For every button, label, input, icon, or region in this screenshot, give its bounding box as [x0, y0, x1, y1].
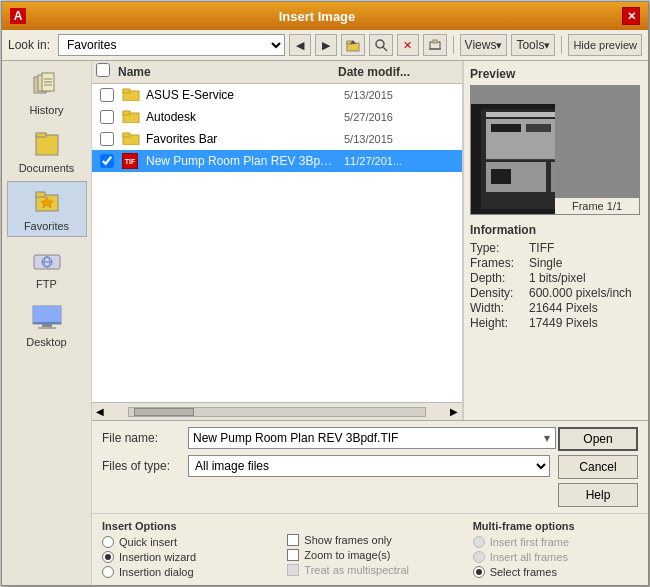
fields-area: File name: ▾ Files of type: All image fi… [102, 427, 550, 483]
views-button[interactable]: Views ▾ [460, 34, 508, 56]
svg-rect-14 [36, 135, 58, 155]
zoom-to-checkbox[interactable] [287, 549, 299, 561]
svg-point-3 [376, 40, 384, 48]
insertion-wizard-radio[interactable] [102, 551, 114, 563]
svg-rect-15 [36, 133, 46, 137]
file-list: ASUS E-Service 5/13/2015 [92, 84, 462, 402]
svg-rect-25 [42, 324, 52, 327]
info-row-height: Height: 17449 Pixels [470, 316, 642, 330]
filename-input[interactable] [188, 427, 556, 449]
network-button[interactable] [423, 34, 447, 56]
insertion-wizard-label: Insertion wizard [119, 551, 196, 563]
file-list-container: Name Date modif... [92, 61, 463, 420]
col-date-header[interactable]: Date modif... [338, 63, 458, 81]
cancel-button[interactable]: Cancel [558, 455, 638, 479]
main-content: History Documents [2, 61, 648, 585]
row-checkbox[interactable] [100, 154, 114, 168]
toolbar-separator-2 [561, 36, 562, 54]
sidebar: History Documents [2, 61, 92, 585]
insert-options-title: Insert Options [102, 520, 267, 532]
options-section: Insert Options Quick insert Insertion wi… [92, 513, 648, 585]
scrollbar-track [128, 407, 426, 417]
info-key-type: Type: [470, 241, 525, 255]
insert-first-label: Insert first frame [490, 536, 569, 548]
show-frames-checkbox[interactable] [287, 534, 299, 546]
search-icon [374, 38, 388, 52]
folder-icon [122, 109, 138, 125]
help-button[interactable]: Help [558, 483, 638, 507]
preview-svg [471, 104, 555, 214]
back-button[interactable]: ◀ [289, 34, 311, 56]
quick-insert-label: Quick insert [119, 536, 177, 548]
forward-button[interactable]: ▶ [315, 34, 337, 56]
info-value-density: 600.000 pixels/inch [529, 286, 632, 300]
bottom-section: File name: ▾ Files of type: All image fi… [92, 420, 648, 513]
col-name-header[interactable]: Name [118, 63, 330, 81]
delete-button[interactable]: ✕ [397, 34, 419, 56]
table-row[interactable]: ASUS E-Service 5/13/2015 [92, 84, 462, 106]
table-row[interactable]: TIF New Pump Room Plan REV 3Bpdf.TIF 11/… [92, 150, 462, 172]
look-in-combo[interactable]: Favorites [58, 34, 285, 56]
sidebar-item-documents[interactable]: Documents [7, 123, 87, 179]
tools-button[interactable]: Tools ▾ [511, 34, 555, 56]
table-row[interactable]: Favorites Bar 5/13/2015 [92, 128, 462, 150]
select-all-checkbox[interactable] [96, 63, 110, 77]
search-button[interactable] [369, 34, 393, 56]
insert-image-dialog: A Insert Image ✕ Look in: Favorites ◀ ▶ … [1, 1, 649, 586]
info-key-frames: Frames: [470, 256, 525, 270]
hide-preview-button[interactable]: Hide preview [568, 34, 642, 56]
insert-all-radio [473, 551, 485, 563]
folder-icon [122, 87, 138, 103]
action-buttons: Open Cancel Help [558, 427, 638, 507]
scroll-right-btn[interactable]: ▶ [446, 406, 462, 417]
info-title: Information [470, 223, 642, 237]
show-frames-section: Show frames only Zoom to image(s) Treat … [287, 520, 452, 581]
insert-all-label: Insert all frames [490, 551, 568, 563]
up-folder-icon [346, 38, 360, 52]
file-name: ASUS E-Service [146, 88, 336, 102]
scroll-left-btn[interactable]: ◀ [92, 406, 108, 417]
filetype-label: Files of type: [102, 459, 182, 473]
sidebar-documents-label: Documents [19, 162, 75, 174]
select-frames-radio[interactable] [473, 566, 485, 578]
file-date: 5/27/2016 [344, 111, 454, 123]
multi-frame-title: Multi-frame options [473, 520, 638, 532]
favorites-icon [29, 186, 65, 218]
insertion-wizard-row: Insertion wizard [102, 551, 267, 563]
open-button[interactable]: Open [558, 427, 638, 451]
sidebar-item-history[interactable]: History [7, 65, 87, 121]
info-value-height: 17449 Pixels [529, 316, 598, 330]
window-title: Insert Image [32, 9, 602, 24]
svg-rect-26 [38, 327, 56, 329]
row-checkbox[interactable] [100, 88, 114, 102]
sidebar-favorites-label: Favorites [24, 220, 69, 232]
sidebar-item-favorites[interactable]: Favorites [7, 181, 87, 237]
quick-insert-radio[interactable] [102, 536, 114, 548]
insertion-dialog-radio[interactable] [102, 566, 114, 578]
desktop-icon [29, 302, 65, 334]
frame-label: Frame 1/1 [555, 198, 639, 214]
row-checkbox[interactable] [100, 110, 114, 124]
up-folder-button[interactable] [341, 34, 365, 56]
scrollbar-thumb[interactable] [134, 408, 194, 416]
filename-row: File name: ▾ [102, 427, 550, 449]
network-icon [428, 38, 442, 52]
sidebar-item-ftp[interactable]: FTP [7, 239, 87, 295]
show-frames-row: Show frames only [287, 534, 452, 546]
filetype-select[interactable]: All image files [188, 455, 550, 477]
table-row[interactable]: Autodesk 5/27/2016 [92, 106, 462, 128]
insert-all-row: Insert all frames [473, 551, 638, 563]
treat-as-checkbox [287, 564, 299, 576]
row-checkbox[interactable] [100, 132, 114, 146]
info-row-width: Width: 21644 Pixels [470, 301, 642, 315]
info-row-frames: Frames: Single [470, 256, 642, 270]
sidebar-item-desktop[interactable]: Desktop [7, 297, 87, 353]
file-name: Favorites Bar [146, 132, 336, 146]
filetype-row: Files of type: All image files [102, 455, 550, 477]
info-table: Type: TIFF Frames: Single Depth: 1 bits/… [470, 241, 642, 330]
svg-rect-28 [123, 89, 130, 93]
horizontal-scrollbar[interactable]: ◀ ▶ [92, 402, 462, 420]
svg-rect-24 [33, 306, 61, 322]
filename-dropdown-arrow: ▾ [544, 431, 550, 445]
close-button[interactable]: ✕ [622, 7, 640, 25]
